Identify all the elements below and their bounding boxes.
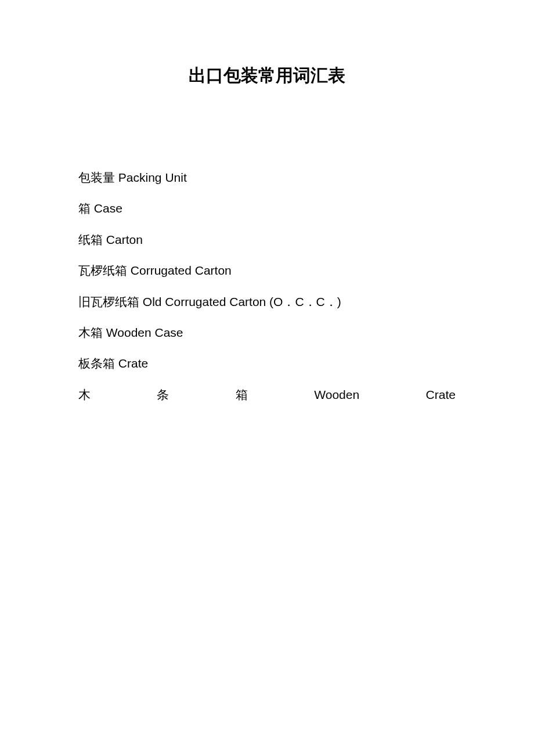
vocab-entry: 包装量 Packing Unit	[78, 169, 456, 186]
vocab-en: Crate	[118, 357, 148, 370]
vocab-entry: 瓦椤纸箱 Corrugated Carton	[78, 262, 456, 279]
vocab-cn: 瓦椤纸箱	[78, 264, 127, 277]
vocab-cn: 木箱	[78, 326, 103, 339]
vocab-cn: 板条箱	[78, 357, 115, 370]
vocabulary-list: 包装量 Packing Unit 箱 Case 纸箱 Carton 瓦椤纸箱 C…	[78, 169, 456, 403]
vocab-cn: 旧瓦椤纸箱	[78, 295, 139, 308]
justified-part: Wooden	[314, 386, 359, 403]
vocab-en: Old Corrugated Carton (O．C．C．)	[143, 295, 341, 308]
vocab-en: Carton	[106, 233, 143, 246]
vocab-en: Wooden Case	[106, 326, 183, 339]
vocab-entry: 箱 Case	[78, 200, 456, 217]
vocab-cn: 纸箱	[78, 233, 103, 246]
justified-part: Crate	[426, 386, 456, 403]
vocab-en: Corrugated Carton	[131, 264, 232, 277]
vocab-entry-justified: 木 条 箱 Wooden Crate	[78, 386, 456, 403]
vocab-en: Packing Unit	[118, 171, 187, 184]
justified-part: 条	[157, 386, 169, 403]
vocab-entry: 木箱 Wooden Case	[78, 324, 456, 341]
vocab-cn: 箱	[78, 201, 91, 215]
document-page: 出口包装常用词汇表 包装量 Packing Unit 箱 Case 纸箱 Car…	[0, 0, 534, 403]
justified-part: 箱	[236, 386, 248, 403]
justified-part: 木	[78, 386, 91, 403]
vocab-entry: 板条箱 Crate	[78, 355, 456, 372]
page-title: 出口包装常用词汇表	[78, 64, 456, 88]
vocab-en: Case	[94, 201, 122, 215]
vocab-cn: 包装量	[78, 171, 115, 184]
vocab-entry: 纸箱 Carton	[78, 231, 456, 248]
vocab-entry: 旧瓦椤纸箱 Old Corrugated Carton (O．C．C．)	[78, 293, 456, 310]
